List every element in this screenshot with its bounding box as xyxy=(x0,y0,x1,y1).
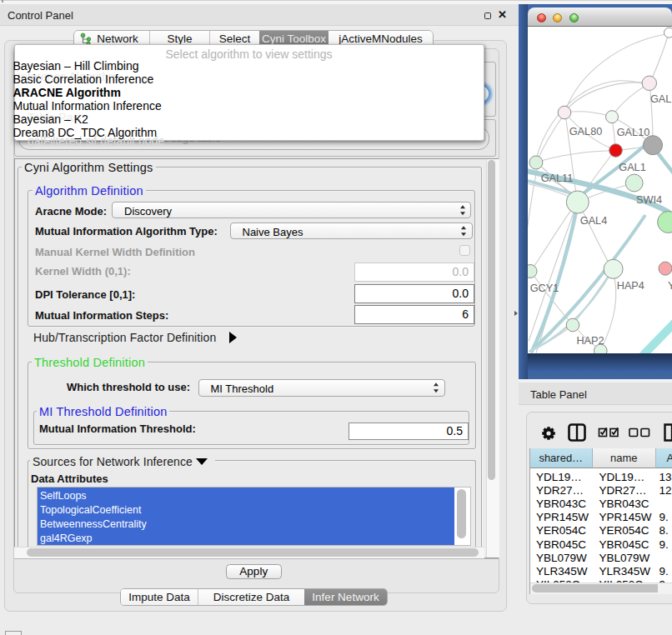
svg-text:HAP2: HAP2 xyxy=(576,334,604,346)
svg-text:SWI4: SWI4 xyxy=(636,193,662,205)
svg-text:GAL10: GAL10 xyxy=(617,127,650,138)
svg-text:GAL1: GAL1 xyxy=(619,161,645,172)
svg-text:GCY1: GCY1 xyxy=(530,282,559,293)
svg-text:GAL11: GAL11 xyxy=(541,172,574,183)
svg-text:GAL7: GAL7 xyxy=(650,93,672,105)
svg-text:Y: Y xyxy=(668,279,672,291)
svg-text:GAL4: GAL4 xyxy=(580,214,607,226)
svg-text:HAP4: HAP4 xyxy=(617,279,644,291)
svg-text:GAL80: GAL80 xyxy=(569,126,603,138)
